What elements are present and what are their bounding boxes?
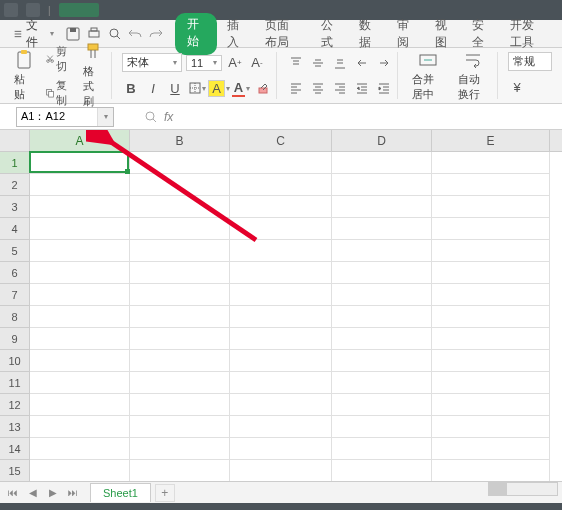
row-header[interactable]: 13 — [0, 416, 29, 438]
row-header[interactable]: 1 — [0, 152, 29, 174]
align-middle-icon[interactable] — [309, 54, 327, 72]
cell[interactable] — [230, 350, 332, 372]
font-color-button[interactable]: A▾ — [232, 79, 250, 97]
cell[interactable] — [130, 240, 230, 262]
row-header[interactable]: 10 — [0, 350, 29, 372]
cut-button[interactable]: 剪切 — [44, 43, 73, 75]
tab-data[interactable]: 数据 — [349, 13, 387, 55]
cell[interactable] — [130, 350, 230, 372]
copy-button[interactable]: 复制 — [44, 77, 73, 109]
cell[interactable] — [230, 218, 332, 240]
align-center-icon[interactable] — [309, 79, 327, 97]
cell[interactable] — [332, 284, 432, 306]
sheet-nav-next[interactable]: ▶ — [44, 485, 62, 501]
cell[interactable] — [230, 306, 332, 328]
cell[interactable] — [332, 350, 432, 372]
align-left-icon[interactable] — [287, 79, 305, 97]
cell[interactable] — [432, 306, 550, 328]
name-box-dropdown[interactable]: ▾ — [97, 108, 113, 126]
select-all-corner[interactable] — [0, 130, 30, 152]
cell[interactable] — [432, 416, 550, 438]
orient-right-icon[interactable] — [375, 54, 393, 72]
cell[interactable] — [130, 218, 230, 240]
name-box[interactable]: ▾ — [16, 107, 114, 127]
currency-icon[interactable]: ¥ — [508, 78, 526, 96]
align-top-icon[interactable] — [287, 54, 305, 72]
cell[interactable] — [332, 394, 432, 416]
titlebar-tab[interactable] — [59, 3, 99, 17]
wrap-text-button[interactable]: 自动换行 — [454, 48, 494, 104]
cell[interactable] — [30, 416, 130, 438]
cell[interactable] — [230, 284, 332, 306]
cell[interactable] — [130, 196, 230, 218]
cell[interactable] — [432, 438, 550, 460]
decrease-font-icon[interactable]: A- — [248, 54, 266, 72]
cell[interactable] — [432, 262, 550, 284]
cell[interactable] — [230, 460, 332, 482]
row-header[interactable]: 14 — [0, 438, 29, 460]
row-header[interactable]: 7 — [0, 284, 29, 306]
tab-start[interactable]: 开始 — [175, 13, 217, 55]
paste-button[interactable]: 粘贴 — [10, 48, 38, 104]
cell[interactable] — [30, 218, 130, 240]
row-header[interactable]: 11 — [0, 372, 29, 394]
cell[interactable] — [332, 152, 432, 174]
sheet-nav-prev[interactable]: ◀ — [24, 485, 42, 501]
cell[interactable] — [30, 372, 130, 394]
cell[interactable] — [230, 240, 332, 262]
redo-icon[interactable] — [147, 23, 166, 45]
cell[interactable] — [130, 152, 230, 174]
undo-icon[interactable] — [126, 23, 145, 45]
cell[interactable] — [30, 328, 130, 350]
cell[interactable] — [230, 394, 332, 416]
cell[interactable] — [130, 306, 230, 328]
cell[interactable] — [230, 438, 332, 460]
cell[interactable] — [332, 306, 432, 328]
cell[interactable] — [332, 460, 432, 482]
tab-devtools[interactable]: 开发工具 — [500, 13, 556, 55]
column-header[interactable]: B — [130, 130, 230, 151]
cell[interactable] — [30, 240, 130, 262]
cell[interactable] — [230, 416, 332, 438]
cell[interactable] — [332, 328, 432, 350]
cell[interactable] — [130, 394, 230, 416]
cell[interactable] — [230, 328, 332, 350]
cell[interactable] — [30, 394, 130, 416]
cell[interactable] — [432, 174, 550, 196]
orient-left-icon[interactable] — [353, 54, 371, 72]
tab-layout[interactable]: 页面布局 — [255, 13, 311, 55]
cell-grid[interactable] — [30, 152, 562, 486]
cell[interactable] — [432, 350, 550, 372]
cell[interactable] — [432, 394, 550, 416]
row-header[interactable]: 9 — [0, 328, 29, 350]
cell[interactable] — [332, 174, 432, 196]
cell[interactable] — [130, 372, 230, 394]
cell[interactable] — [432, 240, 550, 262]
format-painter-button[interactable]: 格式刷 — [79, 40, 107, 111]
cell[interactable] — [130, 174, 230, 196]
cell[interactable] — [30, 460, 130, 482]
row-header[interactable]: 8 — [0, 306, 29, 328]
column-header[interactable]: A — [30, 130, 130, 151]
cell[interactable] — [30, 306, 130, 328]
increase-font-icon[interactable]: A+ — [226, 54, 244, 72]
row-header[interactable]: 12 — [0, 394, 29, 416]
row-header[interactable]: 5 — [0, 240, 29, 262]
italic-button[interactable]: I — [144, 79, 162, 97]
cell[interactable] — [332, 240, 432, 262]
cell[interactable] — [130, 460, 230, 482]
cell[interactable] — [30, 284, 130, 306]
cell[interactable] — [30, 152, 130, 174]
cell[interactable] — [30, 438, 130, 460]
row-header[interactable]: 15 — [0, 460, 29, 482]
cell[interactable] — [332, 262, 432, 284]
column-header[interactable]: C — [230, 130, 332, 151]
scrollbar-thumb[interactable] — [489, 483, 507, 495]
cell[interactable] — [130, 262, 230, 284]
cell[interactable] — [332, 218, 432, 240]
fill-color-button[interactable]: A▾ — [210, 79, 228, 97]
row-header[interactable]: 3 — [0, 196, 29, 218]
cell[interactable] — [130, 284, 230, 306]
cell[interactable] — [332, 438, 432, 460]
cell[interactable] — [30, 262, 130, 284]
